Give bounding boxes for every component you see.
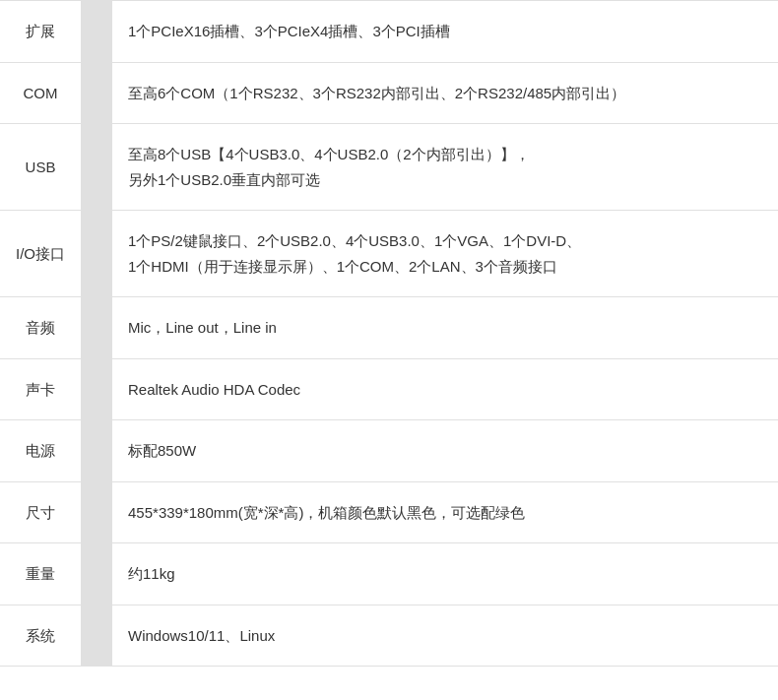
divider-0	[81, 1, 112, 63]
spec-value-0: 1个PCIeX16插槽、3个PCIeX4插槽、3个PCI插槽	[112, 1, 778, 63]
divider-2	[81, 124, 112, 211]
divider-8	[81, 543, 112, 605]
divider-1	[81, 62, 112, 124]
spec-label-4: 音频	[0, 297, 81, 359]
spec-table: 扩展1个PCIeX16插槽、3个PCIeX4插槽、3个PCI插槽COM至高6个C…	[0, 0, 778, 667]
spec-value-6: 标配850W	[112, 420, 778, 482]
divider-7	[81, 481, 112, 543]
spec-label-0: 扩展	[0, 1, 81, 63]
spec-value-4: Mic，Line out，Line in	[112, 297, 778, 359]
spec-value-5: Realtek Audio HDA Codec	[112, 358, 778, 420]
spec-value-9: Windows10/11、Linux	[112, 605, 778, 667]
divider-3	[81, 211, 112, 297]
spec-label-6: 电源	[0, 420, 81, 482]
spec-label-2: USB	[0, 124, 81, 211]
spec-label-3: I/O接口	[0, 211, 81, 297]
divider-6	[81, 420, 112, 482]
spec-value-7: 455*339*180mm(宽*深*高)，机箱颜色默认黑色，可选配绿色	[112, 481, 778, 543]
spec-value-1: 至高6个COM（1个RS232、3个RS232内部引出、2个RS232/485内…	[112, 62, 778, 124]
divider-9	[81, 605, 112, 667]
spec-value-3: 1个PS/2键鼠接口、2个USB2.0、4个USB3.0、1个VGA、1个DVI…	[112, 211, 778, 297]
divider-4	[81, 297, 112, 359]
spec-label-9: 系统	[0, 605, 81, 667]
spec-label-8: 重量	[0, 543, 81, 605]
divider-5	[81, 358, 112, 420]
spec-label-5: 声卡	[0, 358, 81, 420]
spec-value-2: 至高8个USB【4个USB3.0、4个USB2.0（2个内部引出）】，另外1个U…	[112, 124, 778, 211]
spec-label-1: COM	[0, 62, 81, 124]
spec-label-7: 尺寸	[0, 481, 81, 543]
spec-value-8: 约11kg	[112, 543, 778, 605]
